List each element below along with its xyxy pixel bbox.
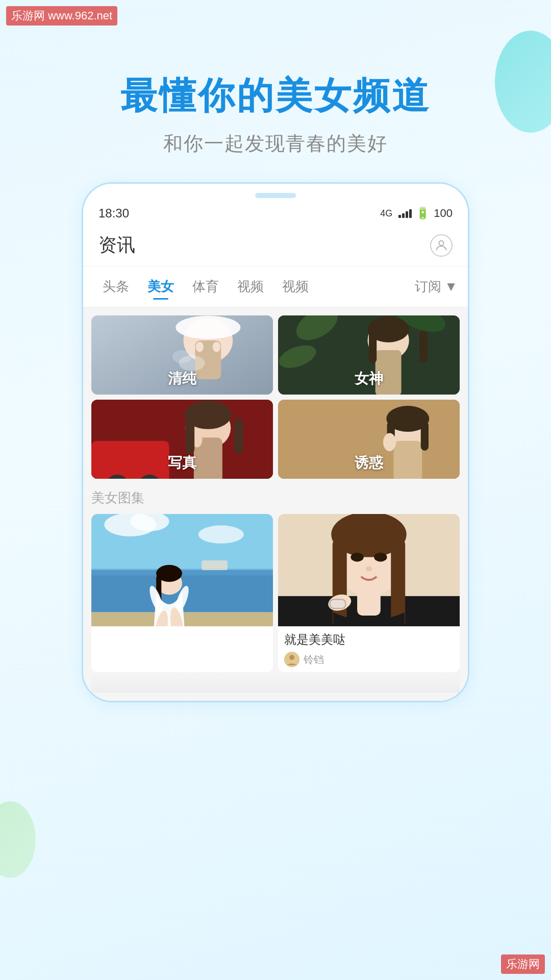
svg-point-3 [176,316,240,339]
album-image-beach [91,514,273,626]
tab-sports[interactable]: 体育 [183,274,228,300]
user-profile-button[interactable] [430,234,453,257]
album-info-beach [91,626,273,636]
album-author: 铃铛 [284,652,454,667]
svg-rect-17 [419,331,427,363]
album-image-portrait [278,514,460,626]
album-card-beach[interactable] [91,514,273,672]
svg-point-8 [172,350,192,363]
phone-mockup: 18:30 4G 🔋 100 资讯 头条 美女 体育 视频 视频 [82,182,469,702]
category-card-photo[interactable]: 写真 [91,400,273,479]
category-label-photoshoot: 写真 [168,453,196,473]
album-desc-portrait: 就是美美哒 [284,631,454,648]
svg-point-35 [383,433,396,451]
tab-bar: 头条 美女 体育 视频 视频 订阅 ▼ [83,266,468,307]
dropdown-arrow-icon: ▼ [444,279,458,295]
signal-bar-4 [409,209,412,218]
watermark-top: 乐游网 www.962.net [6,6,117,26]
hero-subtitle: 和你一起发现青春的美好 [0,131,551,157]
tab-beauty[interactable]: 美女 [138,274,183,300]
author-name: 铃铛 [304,653,324,667]
svg-point-5 [196,341,204,352]
signal-bar-3 [406,211,408,218]
tab-headlines[interactable]: 头条 [93,274,138,300]
hero-section: 最懂你的美女频道 和你一起发现青春的美好 [0,0,551,182]
svg-point-65 [289,655,294,660]
svg-point-58 [350,553,363,562]
signal-bars [398,209,412,218]
svg-point-59 [374,553,387,562]
svg-rect-63 [330,599,346,608]
status-time: 18:30 [98,206,129,220]
phone-speaker [255,193,296,198]
section-title-albums: 美女图集 [91,489,460,507]
svg-rect-31 [393,441,422,479]
category-label-pure: 清纯 [168,369,196,388]
album-info-portrait: 就是美美哒 铃铛 [278,626,460,672]
deco-circle-bottom-left [0,801,36,878]
category-grid: 清纯 [91,315,460,479]
network-type: 4G [380,208,392,219]
svg-rect-41 [91,569,273,575]
battery-level: 100 [434,207,453,220]
svg-rect-57 [336,531,401,551]
category-card-goddess[interactable]: 女神 [278,315,460,395]
content-area: 清纯 [83,307,468,701]
watermark-bottom-right: 乐游网 [501,954,545,974]
app-header: 资讯 [83,225,468,266]
signal-bar-1 [398,215,401,218]
svg-rect-42 [202,560,228,570]
svg-rect-34 [421,422,429,451]
phone-top-bar [83,184,468,202]
category-card-pure[interactable]: 清纯 [91,315,273,395]
battery-icon: 🔋 [416,207,430,220]
category-card-temptation[interactable]: 诱惑 [278,400,460,479]
svg-point-6 [213,341,220,352]
tab-video2[interactable]: 视频 [273,274,318,300]
svg-rect-26 [185,418,194,454]
svg-rect-19 [91,441,169,479]
svg-rect-61 [357,590,381,616]
status-bar: 18:30 4G 🔋 100 [83,202,468,225]
status-right: 4G 🔋 100 [380,207,453,220]
album-grid: 就是美美哒 铃铛 [91,514,460,672]
signal-bar-2 [402,213,405,218]
tab-video1[interactable]: 视频 [228,274,273,300]
author-avatar [284,652,299,667]
tab-subscribe-label: 订阅 [415,278,441,296]
tab-subscribe-dropdown[interactable]: 订阅 ▼ [415,278,458,296]
svg-rect-27 [234,418,243,454]
category-label-goddess: 女神 [355,369,383,388]
album-card-portrait[interactable]: 就是美美哒 铃铛 [278,514,460,672]
app-title: 资讯 [98,233,135,258]
svg-point-60 [366,566,372,571]
bottom-fade [91,672,460,693]
svg-rect-16 [369,331,377,363]
category-label-temptation: 诱惑 [355,453,383,473]
svg-point-39 [198,525,244,544]
hero-title: 最懂你的美女频道 [0,71,551,120]
svg-point-0 [439,240,443,245]
